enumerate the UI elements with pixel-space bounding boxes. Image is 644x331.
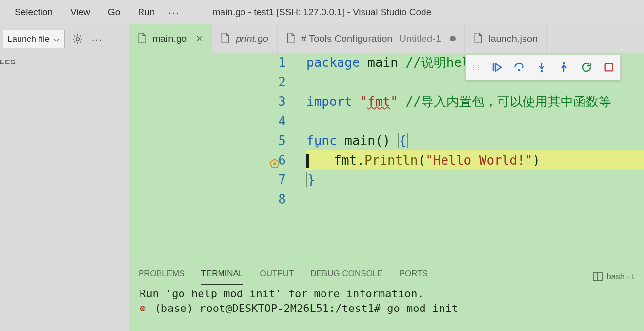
- line-number: 7: [129, 170, 306, 189]
- stop-button[interactable]: [603, 61, 615, 74]
- window-title: main.go - test1 [SSH: 127.0.0.1] - Visua…: [213, 7, 432, 18]
- panel-tab-ports[interactable]: PORTS: [400, 269, 428, 285]
- line-code: }: [306, 170, 644, 189]
- menu-overflow[interactable]: ···: [163, 7, 184, 18]
- terminal-name[interactable]: bash - t: [606, 272, 634, 282]
- panel-tab-debug-console[interactable]: DEBUG CONSOLE: [310, 269, 382, 285]
- tab-print-go[interactable]: print.go: [212, 24, 278, 53]
- dirty-dot-icon: [450, 36, 456, 41]
- execution-pointer: [306, 154, 309, 168]
- line-number: 1: [129, 53, 306, 72]
- code-line[interactable]: 3import "fmt" //导入内置包，可以使用其中函数等: [129, 92, 644, 111]
- code-line[interactable]: 4: [129, 111, 644, 131]
- panel-tab-terminal[interactable]: TERMINAL: [201, 269, 243, 285]
- line-number: 3: [129, 92, 306, 111]
- debug-toolbar[interactable]: ⋮⋮: [465, 55, 621, 80]
- step-into-button[interactable]: [535, 61, 548, 74]
- code-line[interactable]: 5func main() {: [129, 131, 644, 150]
- tab-label: launch.json: [488, 33, 538, 44]
- gear-icon[interactable]: [71, 32, 84, 46]
- svg-point-5: [563, 62, 565, 65]
- svg-point-2: [273, 162, 276, 165]
- restart-button[interactable]: [580, 61, 593, 74]
- code-line[interactable]: 8: [129, 189, 644, 209]
- debug-more-icon[interactable]: ···: [90, 32, 104, 46]
- tab-sublabel: Untitled-1: [399, 33, 441, 44]
- file-icon: [286, 32, 296, 45]
- panel-tabs: PROBLEMS TERMINAL OUTPUT DEBUG CONSOLE P…: [129, 264, 644, 286]
- bottom-panel: PROBLEMS TERMINAL OUTPUT DEBUG CONSOLE P…: [129, 264, 644, 331]
- file-icon: [474, 32, 483, 45]
- panel-tab-problems[interactable]: PROBLEMS: [139, 269, 184, 285]
- close-icon[interactable]: ✕: [196, 33, 203, 44]
- line-code: func main() {: [306, 131, 644, 150]
- editor-area: main.go ✕ print.go # Tools Configuration…: [129, 24, 644, 331]
- menu-bar: Selection View Go Run ··· main.go - test…: [0, 0, 644, 24]
- terminal-line: Run 'go help mod init' for more informat…: [140, 287, 644, 301]
- code-line[interactable]: 6 fmt.Println("Hello World!"): [129, 150, 644, 170]
- variables-section-label: LES: [0, 54, 129, 72]
- split-icon[interactable]: [593, 272, 603, 282]
- file-icon: [138, 32, 147, 45]
- menu-selection[interactable]: Selection: [6, 4, 61, 21]
- line-number: 4: [129, 111, 306, 131]
- grip-icon[interactable]: ⋮⋮: [471, 58, 481, 77]
- tab-main-go[interactable]: main.go ✕: [129, 24, 212, 53]
- svg-rect-6: [605, 64, 613, 71]
- tab-launch-json[interactable]: launch.json: [465, 24, 547, 53]
- sidebar: Launch file ··· LES: [0, 24, 129, 331]
- line-code: fmt.Println("Hello World!"): [306, 150, 644, 170]
- svg-point-4: [541, 70, 543, 73]
- menu-view[interactable]: View: [61, 4, 99, 21]
- line-number: 5: [129, 131, 306, 150]
- menu-go[interactable]: Go: [99, 4, 129, 21]
- code-line[interactable]: 7}: [129, 170, 644, 189]
- sidebar-bottom-pane: [0, 207, 129, 331]
- tab-strip: main.go ✕ print.go # Tools Configuration…: [129, 24, 644, 53]
- line-number: 8: [129, 189, 306, 209]
- code-editor[interactable]: 1package main //说明hello.go这个文件23import "…: [129, 53, 644, 264]
- tab-label: print.go: [236, 33, 268, 44]
- breakpoint-icon[interactable]: [269, 155, 280, 166]
- tab-label: main.go: [152, 33, 187, 44]
- step-out-button[interactable]: [558, 61, 570, 74]
- launch-config-dropdown[interactable]: Launch file: [3, 30, 65, 48]
- step-over-button[interactable]: [513, 61, 525, 74]
- error-glyph-icon: ⊗: [140, 302, 153, 314]
- tab-label: # Tools Configuration: [301, 33, 393, 44]
- panel-tab-output[interactable]: OUTPUT: [260, 269, 294, 285]
- terminal-body[interactable]: Run 'go help mod init' for more informat…: [129, 286, 644, 331]
- chevron-down-icon: [53, 36, 60, 42]
- fold-caret-icon[interactable]: [313, 136, 322, 155]
- menu-run[interactable]: Run: [129, 4, 163, 21]
- line-code: import "fmt" //导入内置包，可以使用其中函数等: [306, 92, 644, 111]
- svg-point-0: [76, 38, 79, 41]
- tab-tools-config[interactable]: # Tools Configuration Untitled-1: [278, 24, 465, 53]
- line-number: 2: [129, 72, 306, 92]
- file-icon: [221, 32, 231, 45]
- continue-button[interactable]: [490, 61, 503, 74]
- svg-point-3: [518, 69, 521, 72]
- terminal-line: ⊗ (base) root@DESKTOP-2M26L51:/test1# go…: [140, 301, 644, 316]
- launch-config-label: Launch file: [7, 34, 50, 44]
